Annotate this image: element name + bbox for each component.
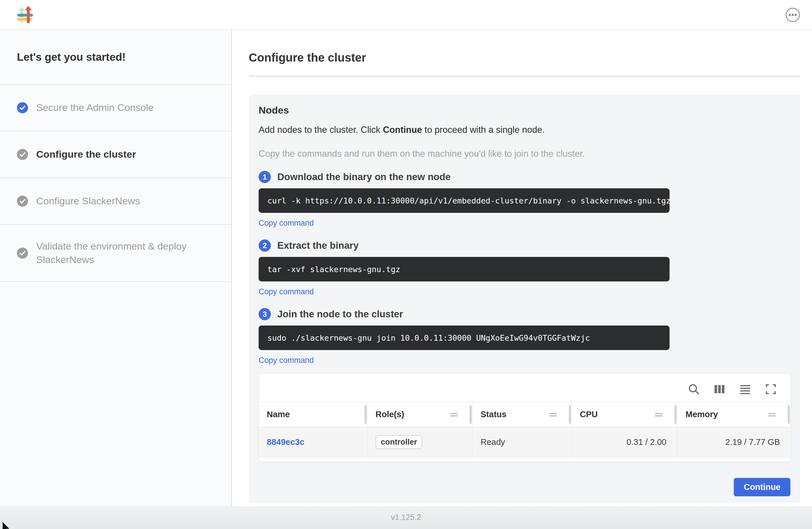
- intro-continue-word: Continue: [383, 125, 422, 135]
- divider: [0, 282, 231, 282]
- column-resize-handle[interactable]: [365, 405, 367, 424]
- sidebar-item-label: Secure the Admin Console: [36, 101, 154, 114]
- node-table-row: 8849ec3c controller Ready 0.31 / 2.00 2.…: [259, 427, 791, 457]
- column-header-roles[interactable]: Role(s): [367, 402, 472, 427]
- drag-handle-icon[interactable]: [654, 410, 663, 419]
- command-box-extract: tar -xvf slackernews-gnu.tgz: [259, 257, 670, 282]
- step-title: Join the node to the cluster: [277, 309, 403, 320]
- setup-steps-sidebar: Let's get you started! Secure the Admin …: [0, 30, 232, 506]
- footer: v1.125.2: [0, 506, 812, 529]
- top-bar: [0, 0, 812, 30]
- intro-suffix: to proceed with a single node.: [422, 125, 545, 135]
- step-join-node: 3 Join the node to the cluster sudo ./sl…: [259, 308, 791, 365]
- main-content: Configure the cluster Nodes Add nodes to…: [232, 30, 812, 506]
- search-icon: [688, 383, 700, 395]
- column-label: Role(s): [376, 410, 404, 419]
- nodes-heading: Nodes: [259, 104, 791, 116]
- sidebar-item-label: Validate the environment & deploy Slacke…: [36, 240, 205, 267]
- table-toolbar: [259, 381, 791, 402]
- column-header-name[interactable]: Name: [259, 402, 367, 427]
- sidebar-item-label: Configure the cluster: [36, 148, 136, 161]
- sidebar-heading: Let's get you started!: [0, 30, 231, 84]
- column-resize-handle[interactable]: [569, 405, 571, 424]
- drag-handle-icon[interactable]: [549, 410, 557, 419]
- step-number-badge: 2: [259, 239, 271, 252]
- node-cpu-cell: 0.31 / 2.00: [571, 427, 677, 457]
- step-number-badge: 3: [259, 308, 271, 320]
- column-label: Memory: [686, 410, 718, 419]
- node-name-cell: 8849ec3c: [259, 427, 367, 457]
- command-text: tar -xvf slackernews-gnu.tgz: [267, 265, 400, 274]
- step-extract-binary: 2 Extract the binary tar -xvf slackernew…: [259, 239, 791, 296]
- teal-bar: [17, 14, 33, 17]
- version-label: v1.125.2: [391, 513, 421, 522]
- column-resize-handle[interactable]: [469, 405, 472, 424]
- sidebar-item-secure-admin-console[interactable]: Secure the Admin Console: [0, 85, 231, 131]
- column-header-status[interactable]: Status: [472, 402, 571, 427]
- nodes-table-card: Name Role(s): [259, 374, 791, 461]
- nodes-intro: Add nodes to the cluster. Click Continue…: [259, 125, 791, 135]
- app-window: Let's get you started! Secure the Admin …: [0, 0, 812, 529]
- overflow-menu-button[interactable]: [785, 7, 800, 23]
- role-chip: controller: [376, 435, 423, 449]
- command-box-download: curl -k https://10.0.0.11:30000/api/v1/e…: [259, 188, 670, 213]
- copy-command-link[interactable]: Copy command: [259, 356, 314, 365]
- column-resize-handle[interactable]: [675, 405, 677, 424]
- column-label: CPU: [580, 410, 598, 419]
- table-search-button[interactable]: [688, 383, 700, 395]
- copy-command-link[interactable]: Copy command: [259, 219, 314, 228]
- column-label: Name: [267, 410, 290, 419]
- ellipsis-circle-icon: [785, 7, 800, 23]
- column-label: Status: [481, 410, 507, 419]
- drag-handle-icon[interactable]: [768, 410, 777, 419]
- command-box-join: sudo ./slackernews-gnu join 10.0.0.11:30…: [259, 326, 670, 350]
- sidebar-item-configure-cluster[interactable]: Configure the cluster: [0, 131, 231, 177]
- command-text: sudo ./slackernews-gnu join 10.0.0.11:30…: [267, 333, 590, 342]
- divider: [249, 76, 800, 76]
- check-circle-icon: [17, 247, 28, 259]
- columns-icon: [714, 383, 725, 395]
- continue-button[interactable]: Continue: [734, 478, 791, 496]
- fullscreen-icon: [765, 383, 777, 395]
- intro-prefix: Add nodes to the cluster. Click: [259, 125, 383, 135]
- sidebar-item-configure-slackernews[interactable]: Configure SlackerNews: [0, 178, 231, 224]
- nodes-table: Name Role(s): [259, 402, 791, 457]
- column-header-cpu[interactable]: CPU: [571, 402, 677, 427]
- step-title: Download the binary on the new node: [277, 171, 451, 183]
- table-density-button[interactable]: [739, 383, 751, 395]
- column-header-memory[interactable]: Memory: [677, 402, 791, 427]
- step-title: Extract the binary: [277, 240, 359, 251]
- table-columns-button[interactable]: [713, 383, 726, 395]
- density-icon: [739, 383, 751, 395]
- slackernews-logo-icon: [17, 6, 33, 24]
- check-circle-icon: [17, 102, 28, 113]
- step-number-badge: 1: [259, 171, 271, 183]
- page-title: Configure the cluster: [249, 51, 800, 64]
- command-text: curl -k https://10.0.0.11:30000/api/v1/e…: [267, 196, 671, 205]
- copy-commands-hint: Copy the commands and run them on the ma…: [259, 148, 791, 159]
- drag-handle-icon[interactable]: [449, 410, 458, 419]
- sidebar-item-label: Configure SlackerNews: [36, 195, 140, 208]
- node-name-link[interactable]: 8849ec3c: [267, 437, 304, 447]
- node-roles-cell: controller: [367, 427, 472, 457]
- copy-command-link[interactable]: Copy command: [259, 287, 314, 296]
- check-circle-icon: [17, 149, 28, 160]
- column-resize-handle[interactable]: [788, 405, 790, 424]
- node-status-cell: Ready: [472, 427, 571, 457]
- table-header-row: Name Role(s): [259, 402, 791, 427]
- sidebar-item-validate-deploy[interactable]: Validate the environment & deploy Slacke…: [0, 225, 231, 282]
- nodes-panel: Nodes Add nodes to the cluster. Click Co…: [249, 95, 800, 503]
- step-download-binary: 1 Download the binary on the new node cu…: [259, 171, 791, 228]
- node-memory-cell: 2.19 / 7.77 GB: [677, 427, 791, 457]
- table-fullscreen-button[interactable]: [765, 383, 777, 395]
- check-circle-icon: [17, 196, 28, 207]
